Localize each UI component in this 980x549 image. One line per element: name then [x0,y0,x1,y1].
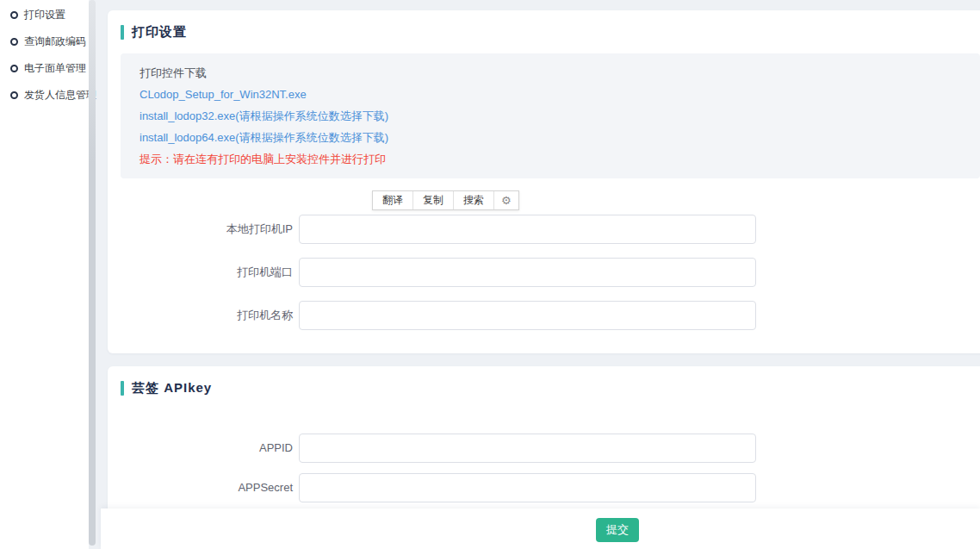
download-link-lodop64[interactable]: install_lodop64.exe(请根据操作系统位数选择下载) [140,130,388,146]
field-label-local-printer-ip: 本地打印机IP [108,215,293,244]
circle-icon [10,65,18,72]
appsecret-input[interactable] [299,473,756,502]
title-accent-bar [121,381,124,396]
field-label-printer-name: 打印机名称 [108,301,293,330]
circle-icon [10,11,18,19]
download-link-clodop[interactable]: CLodop_Setup_for_Win32NT.exe [140,88,307,101]
sidebar-item-ewaybill-management[interactable]: 电子面单管理 [0,55,89,82]
apikey-section-title: 芸签 APIkey [121,380,212,396]
sidebar-item-postcode-lookup[interactable]: 查询邮政编码 [0,28,89,55]
download-panel: 打印控件下载 CLodop_Setup_for_Win32NT.exe inst… [121,53,980,178]
appid-input[interactable] [299,434,756,463]
circle-icon [10,38,18,46]
translate-button[interactable]: 翻译 [373,191,413,209]
section-title-text: 打印设置 [132,24,187,41]
submit-button[interactable]: 提交 [596,518,639,542]
field-label-appid: APPID [108,434,293,463]
print-settings-card: 打印设置 打印控件下载 CLodop_Setup_for_Win32NT.exe… [108,10,980,353]
field-label-printer-port: 打印机端口 [108,258,293,287]
circle-icon [10,91,18,99]
sidebar: 打印设置 查询邮政编码 电子面单管理 发货人信息管理 [0,0,89,549]
title-accent-bar [121,25,124,40]
sidebar-item-label: 发货人信息管理 [24,88,96,103]
gear-icon[interactable]: ⚙ [494,191,518,209]
sidebar-item-label: 查询邮政编码 [24,34,86,49]
sidebar-item-print-settings[interactable]: 打印设置 [0,2,89,28]
footer-bar: 提交 [101,508,980,549]
field-label-appsecret: APPSecret [108,473,293,502]
sidebar-item-shipper-info-management[interactable]: 发货人信息管理 [0,82,89,109]
download-panel-heading: 打印控件下载 [140,62,961,84]
download-link-lodop32[interactable]: install_lodop32.exe(请根据操作系统位数选择下载) [140,109,388,124]
section-title-text: 芸签 APIkey [132,380,212,396]
search-button[interactable]: 搜索 [454,191,494,209]
print-settings-section-title: 打印设置 [121,24,187,41]
install-tip-text: 提示：请在连有打印的电脑上安装控件并进行打印 [140,148,961,170]
sidebar-item-label: 打印设置 [24,8,65,22]
selection-toolbar-popup: 翻译 复制 搜索 ⚙ [372,190,519,210]
printer-name-input[interactable] [299,301,756,330]
printer-port-input[interactable] [299,258,756,287]
sidebar-item-label: 电子面单管理 [24,61,86,76]
local-printer-ip-input[interactable] [299,215,756,244]
copy-button[interactable]: 复制 [413,191,454,209]
scrollbar[interactable] [89,0,96,546]
